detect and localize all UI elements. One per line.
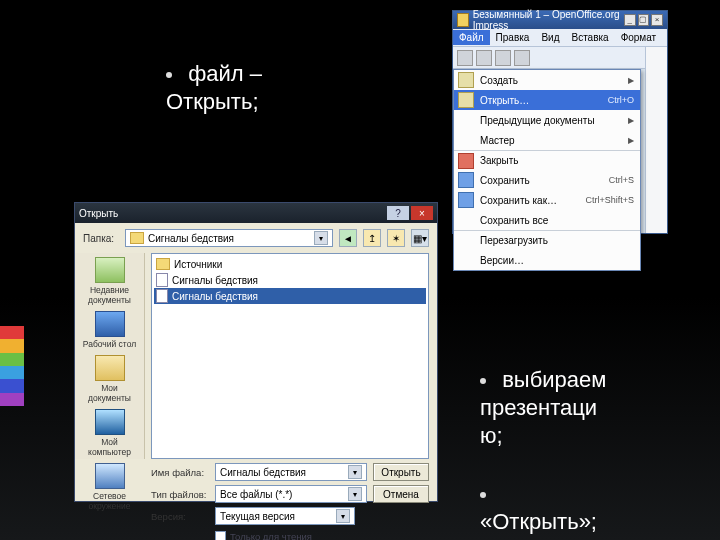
menu-item-recent[interactable]: Предыдущие документы ▶ <box>454 110 640 130</box>
menu-item-label: Перезагрузить <box>480 235 634 246</box>
nav-up-icon[interactable]: ↥ <box>363 229 381 247</box>
recent-docs-icon <box>95 257 125 283</box>
menu-item-versions[interactable]: Версии… <box>454 250 640 270</box>
place-recent[interactable]: Недавние документы <box>80 257 140 305</box>
chevron-down-icon[interactable]: ▾ <box>336 509 350 523</box>
place-label: Рабочий стол <box>80 339 140 349</box>
menu-insert[interactable]: Вставка <box>565 30 614 45</box>
file-list[interactable]: Источники Сигналы бедствия Сигналы бедст… <box>151 253 429 459</box>
bullet-file-open: файл – Открыть; <box>166 60 346 116</box>
bullet-text-line: Открыть; <box>166 89 259 114</box>
file-row-selected[interactable]: Сигналы бедствия <box>154 288 426 304</box>
checkbox-icon[interactable] <box>215 531 226 540</box>
filetype-row: Тип файлов: Все файлы (*.*) ▾ Отмена <box>151 485 429 503</box>
close-button[interactable]: × <box>651 14 663 26</box>
menu-item-create[interactable]: Создать ▶ <box>454 70 640 90</box>
bullet-text-line: файл – <box>188 61 262 86</box>
filename-input[interactable]: Сигналы бедствия ▾ <box>215 463 367 481</box>
file-row[interactable]: Источники <box>154 256 426 272</box>
rainbow-accent <box>0 326 24 406</box>
version-combo[interactable]: Текущая версия ▾ <box>215 507 355 525</box>
bullet-choose-presentation: выбираем презентаци ю; <box>480 366 700 450</box>
chevron-down-icon[interactable]: ▾ <box>314 231 328 245</box>
menu-item-label: Закрыть <box>480 155 634 166</box>
window-title: Безымянный 1 – OpenOffice.org Impress <box>473 9 622 31</box>
bullet-text-line: ю; <box>480 423 503 448</box>
menu-item-label: Мастер <box>480 135 628 146</box>
toolbar-icon[interactable] <box>514 50 530 66</box>
toolbar-icon[interactable] <box>457 50 473 66</box>
file-name: Источники <box>174 259 222 270</box>
place-desktop[interactable]: Рабочий стол <box>80 311 140 349</box>
nav-views-icon[interactable]: ▦▾ <box>411 229 429 247</box>
chevron-down-icon[interactable]: ▾ <box>348 487 362 501</box>
new-file-icon <box>458 72 474 88</box>
menu-item-wizard[interactable]: Мастер ▶ <box>454 130 640 150</box>
open-button[interactable]: Открыть <box>373 463 429 481</box>
dialog-close-button[interactable]: × <box>411 206 433 220</box>
menu-item-save[interactable]: Сохранить Ctrl+S <box>454 170 640 190</box>
minimize-button[interactable]: _ <box>624 14 636 26</box>
menu-edit[interactable]: Правка <box>490 30 536 45</box>
maximize-button[interactable]: ▢ <box>638 14 650 26</box>
menu-item-label: Версии… <box>480 255 634 266</box>
filetype-label: Тип файлов: <box>151 489 209 500</box>
menu-item-shortcut: Ctrl+S <box>609 175 634 185</box>
readonly-checkbox-row[interactable]: Только для чтения <box>215 531 429 540</box>
folder-combo[interactable]: Сигналы бедствия ▾ <box>125 229 333 247</box>
desktop-icon <box>95 311 125 337</box>
app-toolbar <box>453 47 667 69</box>
cancel-button[interactable]: Отмена <box>373 485 429 503</box>
save-icon <box>458 172 474 188</box>
submenu-arrow-icon: ▶ <box>628 116 634 125</box>
place-mydocs[interactable]: Мои документы <box>80 355 140 403</box>
menu-item-reload[interactable]: Перезагрузить <box>454 230 640 250</box>
file-name: Сигналы бедствия <box>172 275 258 286</box>
menu-item-open[interactable]: Открыть… Ctrl+O <box>454 90 640 110</box>
blank-icon <box>458 132 474 148</box>
impress-app-window: Безымянный 1 – OpenOffice.org Impress _ … <box>452 10 668 234</box>
menu-item-save-as[interactable]: Сохранить как… Ctrl+Shift+S <box>454 190 640 210</box>
menu-file[interactable]: Файл <box>453 30 490 45</box>
toolbar-icon[interactable] <box>476 50 492 66</box>
menu-item-label: Сохранить как… <box>480 195 585 206</box>
dialog-help-button[interactable]: ? <box>387 206 409 220</box>
place-label: Мой компьютер <box>80 437 140 457</box>
filetype-combo[interactable]: Все файлы (*.*) ▾ <box>215 485 367 503</box>
menu-item-label: Сохранить <box>480 175 609 186</box>
bullet-dot-icon <box>166 72 172 78</box>
places-sidebar: Недавние документы Рабочий стол Мои доку… <box>75 253 145 459</box>
place-network[interactable]: Сетевое окружение <box>80 463 140 511</box>
menu-item-shortcut: Ctrl+O <box>608 95 634 105</box>
menu-item-label: Открыть… <box>480 95 608 106</box>
folder-icon <box>130 232 144 244</box>
submenu-arrow-icon: ▶ <box>628 136 634 145</box>
open-file-dialog: Открыть ? × Папка: Сигналы бедствия ▾ ◄ … <box>74 202 438 502</box>
file-row[interactable]: Сигналы бедствия <box>154 272 426 288</box>
dialog-title: Открыть <box>79 208 118 219</box>
nav-back-icon[interactable]: ◄ <box>339 229 357 247</box>
place-mycomputer[interactable]: Мой компьютер <box>80 409 140 457</box>
save-as-icon <box>458 192 474 208</box>
menu-format[interactable]: Формат <box>615 30 663 45</box>
folder-icon <box>156 258 170 270</box>
menu-item-close[interactable]: Закрыть <box>454 150 640 170</box>
file-dropdown-menu: Создать ▶ Открыть… Ctrl+O Предыдущие док… <box>453 69 641 271</box>
place-label: Недавние документы <box>80 285 140 305</box>
bullet-dot-icon <box>480 378 486 384</box>
menu-item-label: Сохранить все <box>480 215 634 226</box>
nav-newfolder-icon[interactable]: ✶ <box>387 229 405 247</box>
button-label: Отмена <box>383 489 419 500</box>
bullet-open-click: «Открыть»; <box>480 480 700 536</box>
menu-item-save-all[interactable]: Сохранить все <box>454 210 640 230</box>
version-row: Версия: Текущая версия ▾ <box>151 507 429 525</box>
filename-row: Имя файла: Сигналы бедствия ▾ Открыть <box>151 463 429 481</box>
chevron-down-icon[interactable]: ▾ <box>348 465 362 479</box>
side-panel <box>645 47 667 233</box>
menu-view[interactable]: Вид <box>535 30 565 45</box>
menubar: Файл Правка Вид Вставка Формат <box>453 29 667 47</box>
bullet-text-line: «Открыть»; <box>480 509 597 534</box>
bullet-text-line: презентаци <box>480 395 597 420</box>
app-icon <box>457 13 469 27</box>
toolbar-icon[interactable] <box>495 50 511 66</box>
